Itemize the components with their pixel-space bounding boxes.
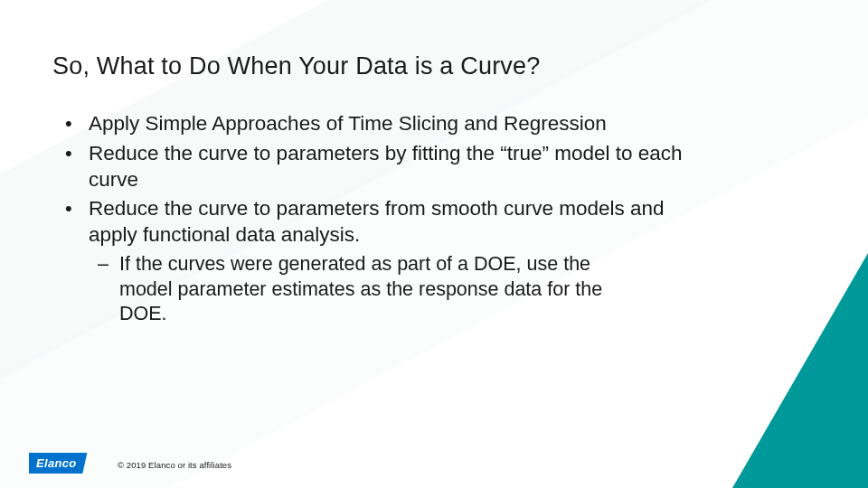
sub-bullet-item: If the curves were generated as part of … (119, 252, 705, 327)
slide-title: So, What to Do When Your Data is a Curve… (52, 52, 814, 80)
bullet-list: Apply Simple Approaches of Time Slicing … (52, 111, 814, 327)
page-number: 37 (833, 457, 844, 470)
bullet-item: Apply Simple Approaches of Time Slicing … (89, 111, 814, 137)
bullet-text: Reduce the curve to parameters by fittin… (89, 142, 683, 191)
bullet-text: Apply Simple Approaches of Time Slicing … (89, 112, 607, 135)
sub-bullet-list: If the curves were generated as part of … (89, 252, 705, 327)
bullet-item: Reduce the curve to parameters by fittin… (89, 141, 814, 193)
slide: So, What to Do When Your Data is a Curve… (0, 0, 868, 488)
content-area: So, What to Do When Your Data is a Curve… (0, 0, 868, 327)
footer: Elanco © 2019 Elanco or its affiliates 3… (0, 443, 868, 474)
copyright-text: © 2019 Elanco or its affiliates (118, 460, 231, 470)
bullet-text: Reduce the curve to parameters from smoo… (89, 197, 665, 246)
sub-bullet-text: If the curves were generated as part of … (119, 253, 602, 324)
elanco-logo: Elanco (29, 453, 87, 474)
bullet-item: Reduce the curve to parameters from smoo… (89, 196, 814, 326)
